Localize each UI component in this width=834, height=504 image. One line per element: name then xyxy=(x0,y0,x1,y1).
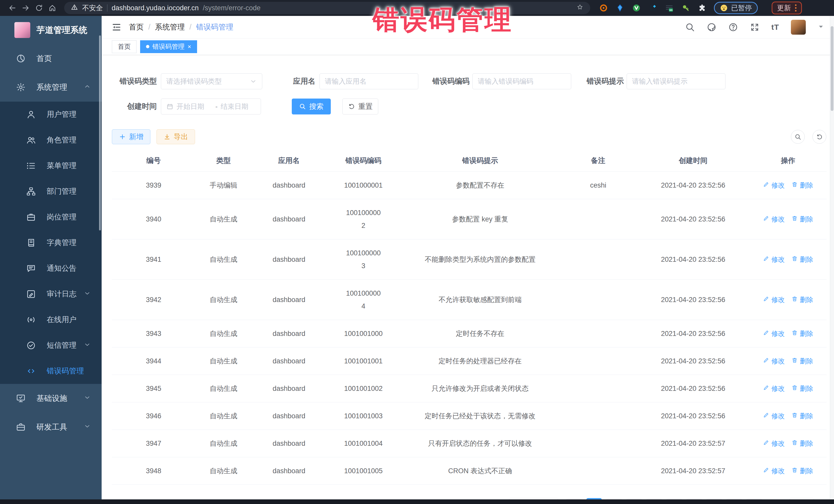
edit-row-button[interactable]: 修改 xyxy=(763,254,785,265)
edit-row-button[interactable]: 修改 xyxy=(763,328,785,339)
error-type-select[interactable] xyxy=(161,73,262,89)
refresh-table-icon[interactable] xyxy=(812,130,826,144)
close-tab-icon[interactable] xyxy=(188,44,191,50)
breadcrumb-home[interactable]: 首页 xyxy=(129,22,144,32)
table-row[interactable]: 3940自动生成dashboard1001000002参数配置 key 重复20… xyxy=(112,199,827,239)
sidebar-item-post-management[interactable]: 岗位管理 xyxy=(0,204,102,230)
table-row[interactable]: 3941自动生成dashboard1001000003不能删除类型为系统内置的参… xyxy=(112,239,827,280)
tab-error-code[interactable]: 错误码管理 xyxy=(140,40,197,53)
extension-puzzle-icon[interactable] xyxy=(698,3,707,13)
browser-update-button[interactable]: 更新 xyxy=(772,2,802,14)
edit-row-button[interactable]: 修改 xyxy=(763,214,785,224)
add-button[interactable]: 新增 xyxy=(112,129,150,144)
end-date-field[interactable] xyxy=(221,103,256,111)
page-scrollbar[interactable] xyxy=(830,16,834,499)
reset-button[interactable]: 重置 xyxy=(342,98,378,114)
collapse-sidebar-icon[interactable] xyxy=(111,22,122,32)
url-path: /system/error-code xyxy=(203,4,261,12)
sidebar-item-user-management[interactable]: 用户管理 xyxy=(0,102,102,127)
bookmark-star-icon[interactable] xyxy=(576,4,584,13)
page-scrollbar-thumb[interactable] xyxy=(831,26,833,111)
delete-row-button[interactable]: 删除 xyxy=(791,384,813,394)
edit-row-button[interactable]: 修改 xyxy=(763,384,785,394)
sidebar-item-dev-tools[interactable]: 研发工具 xyxy=(0,413,102,441)
edit-row-button[interactable]: 修改 xyxy=(763,438,785,448)
extension-v-icon[interactable] xyxy=(632,3,641,13)
error-hint-input[interactable] xyxy=(632,78,720,85)
breadcrumb-system[interactable]: 系统管理 xyxy=(155,22,185,32)
sidebar-item-home[interactable]: 首页 xyxy=(0,44,102,73)
cell-create-time: 2021-04-20 23:52:56 xyxy=(637,199,750,239)
sidebar-item-notice-announcement[interactable]: 通知公告 xyxy=(0,256,102,281)
table-row[interactable]: 3944自动生成dashboard1001001001定时任务的处理器已经存在2… xyxy=(112,347,827,375)
sidebar-item-dict-management[interactable]: 字典管理 xyxy=(0,230,102,256)
delete-row-button[interactable]: 删除 xyxy=(791,180,813,191)
edit-row-button[interactable]: 修改 xyxy=(763,411,785,421)
browser-reload-icon[interactable] xyxy=(32,1,46,15)
browser-menu-icon[interactable] xyxy=(795,4,796,12)
search-button[interactable]: 搜索 xyxy=(292,98,331,114)
edit-row-button[interactable]: 修改 xyxy=(763,294,785,305)
delete-row-button[interactable]: 删除 xyxy=(791,294,813,305)
start-date-field[interactable] xyxy=(177,103,212,111)
browser-back-icon[interactable] xyxy=(6,1,19,15)
table-row[interactable]: 3939手动编辑dashboard1001000001参数配置不存在ceshi2… xyxy=(112,171,827,199)
extension-drop-icon[interactable] xyxy=(615,3,624,13)
delete-row-button[interactable]: 删除 xyxy=(791,328,813,339)
table-row[interactable]: 3946自动生成dashboard1001001003定时任务已经处于该状态，无… xyxy=(112,402,827,430)
gear-icon xyxy=(15,82,27,92)
profile-paused-badge[interactable]: 已暂停 xyxy=(714,2,758,14)
edit-row-button[interactable]: 修改 xyxy=(763,180,785,191)
font-size-icon[interactable]: tT xyxy=(771,23,779,31)
table-row[interactable]: 3943自动生成dashboard1001001000定时任务不存在2021-0… xyxy=(112,320,827,347)
sidebar-item-audit-log[interactable]: 审计日志 xyxy=(0,281,102,307)
extension-target-icon[interactable] xyxy=(599,3,608,13)
sidebar-item-sms-management[interactable]: 短信管理 xyxy=(0,333,102,358)
fullscreen-icon[interactable] xyxy=(750,22,760,32)
delete-row-button[interactable]: 删除 xyxy=(791,214,813,224)
sidebar-item-infrastructure[interactable]: 基础设施 xyxy=(0,384,102,413)
table-row[interactable]: 3942自动生成dashboard1001000004不允许获取敏感配置到前端2… xyxy=(112,280,827,320)
export-button[interactable]: 导出 xyxy=(156,129,195,144)
cell-app-name: dashboard xyxy=(252,402,326,430)
toggle-search-icon[interactable] xyxy=(791,130,805,144)
delete-row-button[interactable]: 删除 xyxy=(791,254,813,265)
sidebar-item-menu-management[interactable]: 菜单管理 xyxy=(0,153,102,179)
help-icon[interactable] xyxy=(728,22,738,32)
sidebar-item-dept-management[interactable]: 部门管理 xyxy=(0,179,102,204)
end-date-input[interactable] xyxy=(221,103,256,111)
extension-grid-icon[interactable] xyxy=(648,3,657,13)
start-date-input[interactable] xyxy=(177,103,212,111)
sidebar-scrollbar[interactable] xyxy=(99,36,101,231)
extension-on-badge-icon[interactable]: on xyxy=(665,3,674,13)
edit-row-button[interactable]: 修改 xyxy=(763,466,785,476)
table-row[interactable]: 3947自动生成dashboard1001001004只有开启状态的任务，才可以… xyxy=(112,430,827,457)
app-logo[interactable]: 芋道管理系统 xyxy=(0,16,102,44)
sidebar-item-online-users[interactable]: 在线用户 xyxy=(0,307,102,333)
github-icon[interactable] xyxy=(707,22,717,32)
app-name-input[interactable] xyxy=(325,78,413,85)
delete-row-button[interactable]: 删除 xyxy=(791,356,813,366)
error-code-input-box[interactable] xyxy=(473,73,571,89)
sidebar-item-system-management[interactable]: 系统管理 xyxy=(0,73,102,102)
date-range-picker[interactable]: - xyxy=(161,98,261,114)
error-code-input[interactable] xyxy=(478,78,566,85)
delete-row-button[interactable]: 删除 xyxy=(791,466,813,476)
error-hint-input-box[interactable] xyxy=(627,73,725,89)
user-avatar[interactable] xyxy=(791,20,806,35)
header-search-icon[interactable] xyxy=(685,22,695,32)
app-name-input-box[interactable] xyxy=(320,73,418,89)
avatar-dropdown-caret-icon[interactable] xyxy=(817,23,824,31)
tab-home[interactable]: 首页 xyxy=(112,40,136,53)
table-row[interactable]: 3948自动生成dashboard1001001005CRON 表达式不正确20… xyxy=(112,457,827,484)
delete-row-button[interactable]: 删除 xyxy=(791,411,813,421)
error-type-select-input[interactable] xyxy=(166,78,247,85)
edit-row-button[interactable]: 修改 xyxy=(763,356,785,366)
browser-forward-icon[interactable] xyxy=(19,1,32,15)
extension-key-icon[interactable] xyxy=(681,3,690,13)
table-row[interactable]: 3945自动生成dashboard1001001002只允许修改为开启或者关闭状… xyxy=(112,375,827,402)
browser-home-icon[interactable] xyxy=(46,1,59,15)
delete-row-button[interactable]: 删除 xyxy=(791,438,813,448)
sidebar-item-role-management[interactable]: 角色管理 xyxy=(0,127,102,153)
sidebar-item-error-code-management[interactable]: 错误码管理 xyxy=(0,358,102,384)
